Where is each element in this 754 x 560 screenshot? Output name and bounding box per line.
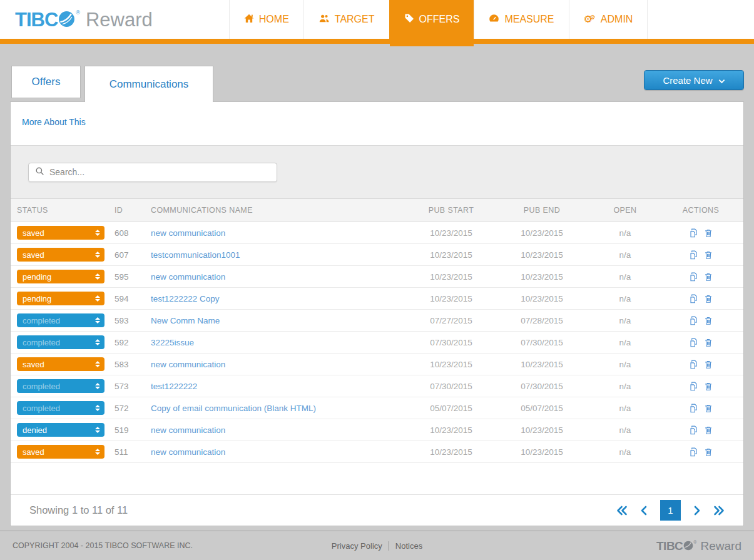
table-row: saved 583 new communication 10/23/2015 1…: [11, 354, 743, 375]
select-arrows-icon: [95, 230, 100, 236]
copyright-text: COPYRIGHT 2004 - 2015 TIBCO SOFTWARE INC…: [13, 541, 193, 550]
nav-label: MEASURE: [504, 14, 554, 25]
status-select[interactable]: denied: [17, 423, 104, 437]
trash-icon[interactable]: [704, 382, 713, 391]
status-select[interactable]: saved: [17, 226, 104, 240]
row-id: 592: [115, 338, 151, 347]
status-select[interactable]: pending: [17, 292, 104, 305]
status-select[interactable]: saved: [17, 248, 104, 262]
row-id: 595: [115, 272, 151, 282]
column-header-name: COMMUNICATIONS NAME: [151, 206, 404, 215]
trash-icon[interactable]: [704, 447, 713, 457]
status-value: completed: [23, 338, 95, 347]
copy-icon[interactable]: [689, 404, 698, 413]
communication-link[interactable]: Copy of email communication (Blank HTML): [151, 404, 316, 413]
select-arrows-icon: [95, 317, 100, 323]
pub-end: 10/23/2015: [498, 425, 586, 435]
communication-link[interactable]: new communication: [151, 447, 225, 457]
pub-start: 07/27/2015: [404, 316, 498, 325]
notices-link[interactable]: Notices: [395, 541, 422, 551]
trash-icon[interactable]: [704, 338, 713, 347]
column-header-open: OPEN: [586, 206, 665, 215]
copy-icon[interactable]: [689, 272, 698, 282]
copy-icon[interactable]: [689, 294, 698, 303]
table-row: pending 594 test1222222 Copy 10/23/2015 …: [11, 288, 743, 310]
nav-label: OFFERS: [419, 14, 460, 25]
communication-link[interactable]: 32225issue: [151, 338, 194, 347]
search-input[interactable]: [49, 167, 270, 177]
status-select[interactable]: saved: [17, 445, 104, 459]
pub-start: 10/23/2015: [404, 272, 498, 282]
select-arrows-icon: [95, 449, 100, 455]
status-select[interactable]: saved: [17, 357, 104, 371]
copy-icon[interactable]: [689, 316, 698, 325]
copy-icon[interactable]: [689, 338, 698, 347]
row-id: 593: [115, 316, 151, 325]
communication-link[interactable]: test1222222: [151, 382, 197, 391]
copy-icon[interactable]: [689, 425, 698, 435]
nav-label: ADMIN: [601, 14, 633, 25]
row-id: 573: [115, 382, 151, 391]
create-new-button[interactable]: Create New: [644, 70, 744, 90]
status-value: denied: [23, 425, 95, 435]
tab-communications[interactable]: Communications: [84, 66, 213, 102]
open-value: n/a: [586, 447, 665, 457]
nav-item-target[interactable]: TARGET: [303, 0, 389, 39]
copy-icon[interactable]: [689, 382, 698, 391]
status-value: saved: [23, 228, 95, 238]
status-select[interactable]: completed: [17, 379, 104, 393]
first-page-button[interactable]: [616, 506, 628, 516]
trash-icon[interactable]: [704, 404, 713, 413]
nav-item-offers[interactable]: OFFERS: [389, 0, 474, 39]
row-id: 511: [115, 447, 151, 457]
last-page-button[interactable]: [713, 506, 725, 516]
communications-panel: More About This STATUS ID COMMUNICATIONS…: [10, 101, 744, 526]
more-about-this-link[interactable]: More About This: [22, 117, 86, 127]
trash-icon[interactable]: [704, 228, 713, 238]
nav-item-home[interactable]: HOME: [229, 0, 303, 39]
footer-links-divider: [389, 541, 389, 551]
copy-icon[interactable]: [689, 228, 698, 238]
communication-link[interactable]: new communication: [151, 272, 225, 282]
communication-link[interactable]: testcommunication1001: [151, 250, 240, 260]
copy-icon[interactable]: [689, 250, 698, 260]
status-select[interactable]: pending: [17, 270, 104, 283]
open-value: n/a: [586, 360, 665, 369]
copy-icon[interactable]: [689, 447, 698, 457]
select-arrows-icon: [95, 405, 100, 411]
trash-icon[interactable]: [704, 294, 713, 303]
current-page-button[interactable]: 1: [660, 500, 681, 521]
tab-offers[interactable]: Offers: [11, 66, 81, 98]
chevron-down-icon: [718, 75, 725, 86]
trash-icon[interactable]: [704, 250, 713, 260]
communication-link[interactable]: new communication: [151, 425, 225, 435]
prev-page-button[interactable]: [640, 506, 648, 516]
open-value: n/a: [586, 404, 665, 413]
communication-link[interactable]: New Comm Name: [151, 316, 220, 325]
pub-start: 10/23/2015: [404, 250, 498, 260]
status-value: pending: [23, 294, 95, 303]
communication-link[interactable]: new communication: [151, 228, 225, 238]
footer-logo-tibco-text: TIBC: [656, 540, 683, 552]
communication-link[interactable]: test1222222 Copy: [151, 294, 220, 303]
communication-link[interactable]: new communication: [151, 360, 225, 369]
nav-item-admin[interactable]: ⚙⚙ ADMIN: [569, 0, 648, 39]
trash-icon[interactable]: [704, 316, 713, 325]
users-icon: [318, 14, 330, 26]
next-page-button[interactable]: [693, 506, 701, 516]
trash-icon[interactable]: [704, 360, 713, 369]
tag-icon: [404, 13, 414, 26]
trash-icon[interactable]: [704, 425, 713, 435]
pub-start: 10/23/2015: [404, 447, 498, 457]
status-select[interactable]: completed: [17, 313, 104, 327]
status-select[interactable]: completed: [17, 401, 104, 415]
copy-icon[interactable]: [689, 360, 698, 369]
footer-registered-mark: ®: [693, 540, 696, 544]
app-footer: COPYRIGHT 2004 - 2015 TIBCO SOFTWARE INC…: [0, 531, 754, 560]
trash-icon[interactable]: [704, 272, 713, 282]
column-header-pub-start: PUB START: [404, 206, 498, 215]
select-arrows-icon: [95, 273, 100, 280]
nav-item-measure[interactable]: MEASURE: [474, 0, 568, 39]
status-select[interactable]: completed: [17, 335, 104, 349]
privacy-policy-link[interactable]: Privacy Policy: [332, 541, 382, 551]
